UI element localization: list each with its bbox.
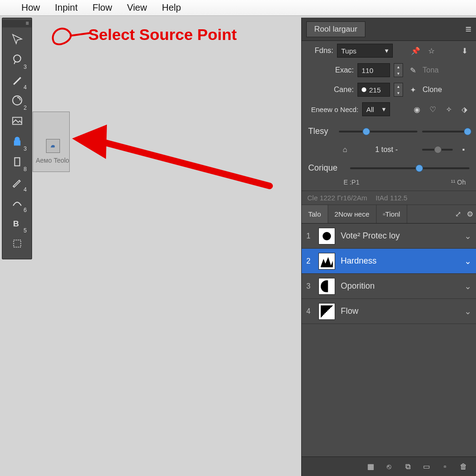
exec-label: Exac: [307,66,354,74]
properties-panel: Rool largaur ≡ Fdns: Tups▾ 📌 ☆ ⬇ Exac: 1… [301,18,476,476]
tab-tionl[interactable]: ▫ Tionl [377,205,407,223]
annotation-label: Select Source Point [88,26,237,44]
cane-stepper[interactable]: ▲▼ [394,83,403,97]
brush-tool[interactable]: 4 [5,70,30,90]
lasso-tool[interactable]: 3 [5,50,30,69]
fdns-select[interactable]: Tups▾ [337,44,393,58]
tost-label: 1 tost - [356,145,417,154]
grid-icon[interactable]: ▦ [365,462,376,472]
svg-point-0 [13,55,20,62]
layer-thumb [318,278,335,295]
layer-row[interactable]: 4 Flow ⌄ [302,299,476,324]
menu-flow[interactable]: Flow [93,2,112,13]
shield-icon[interactable]: ♡ [427,103,439,115]
menu-view[interactable]: View [127,2,147,13]
tag-icon[interactable]: ⬗ [458,103,470,115]
layer-row[interactable]: 1 Vote² Protec loy ⌄ [302,224,476,249]
chevron-down-icon[interactable]: ⌄ [464,231,471,241]
exec-side: Tona [423,66,439,74]
copy-icon[interactable]: ⧉ [403,462,413,472]
cane-field[interactable]: 215 [357,83,390,97]
tlesy-label: Tlesy [308,126,334,136]
svg-rect-4 [14,158,20,165]
tlesy-slider[interactable] [339,131,417,132]
arrow-tool[interactable] [5,29,30,49]
menu-inpint[interactable]: Inpint [55,2,78,13]
lock-tool[interactable]: 3 [5,132,30,151]
tool-flyout: Aемо Teolo [33,112,70,172]
cane-side: Clone [423,86,442,94]
status-line: Cle 1222 Гr16/2AmItAd 112.5 [302,191,476,205]
tab-talo[interactable]: Talo [302,205,328,223]
new-icon[interactable]: ▫ [440,462,450,472]
chevron-down-icon[interactable]: ⌄ [464,281,471,291]
eneew-label: Eneew o Necd: [307,106,358,113]
layer-row[interactable]: 3 Oporition ⌄ [302,274,476,299]
trash-icon[interactable]: 🗑 [458,462,469,472]
toolbox: 3 4 2 3 8 4 6 B5 [2,18,32,259]
flyout-tool-icon[interactable] [46,139,60,153]
toolbox-handle[interactable] [2,20,32,27]
clone-tool[interactable]: 2 [5,91,30,110]
panel-menu-icon[interactable]: ≡ [465,23,471,35]
pin-icon[interactable]: 📌 [410,45,422,57]
layer-thumb [318,303,335,320]
star-icon[interactable]: ☆ [425,45,437,57]
tlesy-slider-2[interactable] [422,131,469,132]
layers-list: 1 Vote² Protec loy ⌄ 2 Hardness ⌄ 3 Opor… [302,224,476,324]
menu-help[interactable]: Help [162,2,181,13]
cane-label: Cane: [307,86,354,94]
eye-icon[interactable]: ◉ [411,103,423,115]
fdns-label: Fdns: [307,46,333,55]
svg-line-7 [93,139,270,186]
layer-thumb [318,228,335,245]
link-icon[interactable]: ⎋ [384,462,394,472]
drop-icon[interactable]: ⌂ [339,144,351,156]
layer-thumb [318,253,335,270]
chevron-down-icon[interactable]: ⌄ [464,306,471,317]
annotation-connector [70,32,90,37]
chevron-down-icon[interactable]: ⌄ [464,256,471,266]
expand-icon[interactable]: ⤢ [452,208,464,220]
exec-stepper[interactable]: ▲▼ [394,63,403,77]
svg-rect-6 [13,240,20,247]
text-tool[interactable]: B5 [5,213,30,233]
svg-text:B: B [13,219,19,228]
run-icon[interactable]: ⚙ [464,208,476,220]
exec-field[interactable]: 110 [357,63,390,77]
sparkle-icon[interactable]: ✦ [407,84,419,96]
pencil-tool[interactable]: 4 [5,172,30,192]
mid-slider[interactable] [422,149,453,151]
bucket-tool[interactable]: 8 [5,152,30,172]
layer-row[interactable]: 2 Hardness ⌄ [302,249,476,274]
flyout-label: Aемо Teolo [36,157,69,164]
star2-icon[interactable]: ✧ [443,103,455,115]
oh-label: ¹¹ Oh [451,178,466,186]
eneew-select[interactable]: All▾ [362,102,390,116]
download-icon[interactable]: ⬇ [458,45,470,57]
crop-tool[interactable] [5,234,30,253]
panel-tab[interactable]: Rool largaur [306,21,365,37]
corique-label: Corique [308,163,345,173]
menu-how[interactable]: How [21,2,40,13]
svg-marker-8 [72,125,107,159]
ep-label: E :P1 [344,178,359,186]
brush-icon[interactable]: ✎ [407,64,419,76]
svg-rect-3 [14,141,20,145]
path-tool[interactable]: 6 [5,193,30,212]
panel-bottombar: ▦ ⎋ ⧉ ▭ ▫ 🗑 [302,456,476,476]
square-icon[interactable]: ▪ [457,144,469,156]
annotation-arrow [65,116,279,209]
tab-now[interactable]: 2Now нece [328,205,377,223]
corique-slider[interactable] [350,167,469,169]
image-tool[interactable] [5,111,30,131]
folder-icon[interactable]: ▭ [421,462,431,472]
menubar: How Inpint Flow View Help [0,0,476,16]
